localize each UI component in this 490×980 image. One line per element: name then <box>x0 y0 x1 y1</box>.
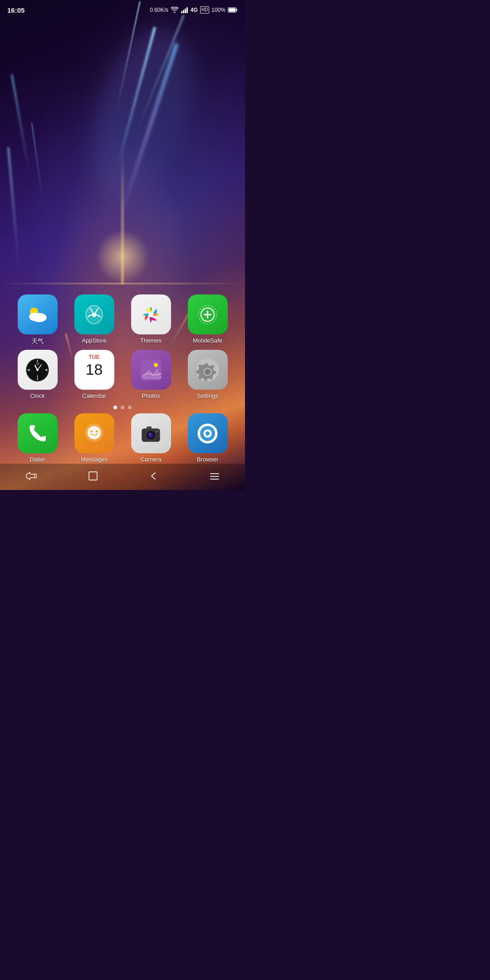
app-icon-weather <box>18 294 58 334</box>
app-icon-calendar: TUE 18 <box>74 350 114 390</box>
svg-rect-0 <box>181 11 182 13</box>
svg-text:6: 6 <box>37 375 39 378</box>
network-type: 4G <box>191 7 198 13</box>
nav-menu-btn[interactable] <box>201 467 229 487</box>
nav-recents-btn[interactable] <box>140 466 168 488</box>
svg-rect-47 <box>147 426 152 429</box>
hd-badge: HD <box>200 6 209 14</box>
dialer-svg <box>25 421 50 446</box>
light-burst-horizontal <box>0 283 245 284</box>
app-icon-appstore <box>74 294 114 334</box>
dock: Dialer Messages <box>0 413 245 463</box>
signal-icon <box>181 7 188 13</box>
messages-svg <box>82 421 107 446</box>
svg-point-8 <box>29 312 39 320</box>
svg-rect-3 <box>186 7 188 13</box>
dot-3[interactable] <box>128 406 132 409</box>
app-grid: 天气 AppStore <box>0 294 245 404</box>
dock-label-camera: Camera <box>140 456 161 463</box>
app-icon-themes <box>131 294 171 334</box>
dock-label-browser: Browser <box>197 456 219 463</box>
app-icon-settings <box>188 350 228 390</box>
app-label-mobilesafe: MobileSafe <box>193 337 222 344</box>
calendar-day-number: 18 <box>86 361 103 378</box>
app-label-clock: Clock <box>30 392 45 399</box>
svg-rect-46 <box>156 430 159 432</box>
app-item-clock[interactable]: 12 3 6 9 Clock <box>13 350 63 399</box>
svg-point-51 <box>206 431 210 435</box>
svg-point-40 <box>96 430 98 432</box>
svg-point-38 <box>88 426 101 439</box>
browser-svg <box>195 421 220 446</box>
svg-rect-1 <box>183 10 184 13</box>
app-label-calendar: Calendar <box>82 392 106 399</box>
app-item-mobilesafe[interactable]: MobileSafe <box>183 294 233 345</box>
app-item-themes[interactable]: Themes <box>126 294 176 345</box>
nav-bar <box>0 464 245 490</box>
nav-back-btn[interactable] <box>16 467 46 487</box>
app-label-themes: Themes <box>140 337 162 344</box>
dock-icon-messages <box>74 413 114 453</box>
app-item-photos[interactable]: Photos <box>126 350 176 399</box>
mobilesafe-svg <box>195 302 220 327</box>
status-time: 16:05 <box>7 6 24 14</box>
svg-point-33 <box>154 363 158 367</box>
app-icon-photos <box>131 350 171 390</box>
nav-home-btn[interactable] <box>79 466 107 488</box>
clock-svg: 12 3 6 9 <box>25 358 50 382</box>
calendar-day-of-week: TUE <box>76 352 113 361</box>
status-bar: 16:05 0.60K/s 4G HD 100% <box>0 0 245 20</box>
svg-point-10 <box>92 312 96 316</box>
app-item-calendar[interactable]: TUE 18 Calendar <box>69 350 119 399</box>
dock-icon-camera <box>131 413 171 453</box>
svg-point-12 <box>148 312 153 317</box>
dock-item-messages[interactable]: Messages <box>69 413 119 463</box>
wifi-icon <box>171 7 179 13</box>
app-item-weather[interactable]: 天气 <box>13 294 63 345</box>
app-row-2: 12 3 6 9 Clock TUE 18 <box>9 350 236 399</box>
svg-rect-2 <box>185 9 186 13</box>
dock-icon-browser <box>188 413 228 453</box>
app-label-appstore: AppStore <box>82 337 106 344</box>
svg-text:9: 9 <box>29 368 30 371</box>
app-label-photos: Photos <box>142 392 160 399</box>
dock-item-browser[interactable]: Browser <box>183 413 233 463</box>
dock-icon-dialer <box>18 413 58 453</box>
svg-text:12: 12 <box>36 362 39 365</box>
svg-point-45 <box>149 433 151 435</box>
app-label-settings: Settings <box>197 392 218 399</box>
battery-icon <box>228 7 238 13</box>
svg-point-36 <box>205 369 211 375</box>
network-speed: 0.60K/s <box>150 7 168 13</box>
app-row-1: 天气 AppStore <box>9 294 236 345</box>
svg-point-29 <box>36 369 39 371</box>
battery-pct: 100% <box>211 7 225 13</box>
camera-svg <box>138 421 163 446</box>
app-item-appstore[interactable]: AppStore <box>69 294 119 345</box>
svg-rect-52 <box>89 472 97 480</box>
appstore-svg <box>82 302 107 327</box>
svg-point-9 <box>38 315 46 322</box>
light-burst <box>122 148 123 284</box>
dock-item-camera[interactable]: Camera <box>126 413 176 463</box>
app-icon-clock: 12 3 6 9 <box>18 350 58 390</box>
dock-label-dialer: Dialer <box>30 456 45 463</box>
app-label-weather: 天气 <box>32 337 44 345</box>
svg-text:3: 3 <box>46 368 48 371</box>
svg-point-39 <box>91 430 93 432</box>
dock-label-messages: Messages <box>81 456 108 463</box>
dot-1[interactable] <box>113 406 117 409</box>
settings-svg <box>195 358 220 382</box>
dock-item-dialer[interactable]: Dialer <box>13 413 63 463</box>
svg-rect-5 <box>229 8 235 12</box>
status-right: 0.60K/s 4G HD 100% <box>150 6 238 14</box>
dot-2[interactable] <box>121 406 124 409</box>
page-dots <box>0 406 245 409</box>
app-icon-mobilesafe <box>188 294 228 334</box>
photos-svg <box>138 358 163 382</box>
weather-svg <box>25 302 50 327</box>
themes-svg <box>138 302 163 327</box>
app-item-settings[interactable]: Settings <box>183 350 233 399</box>
